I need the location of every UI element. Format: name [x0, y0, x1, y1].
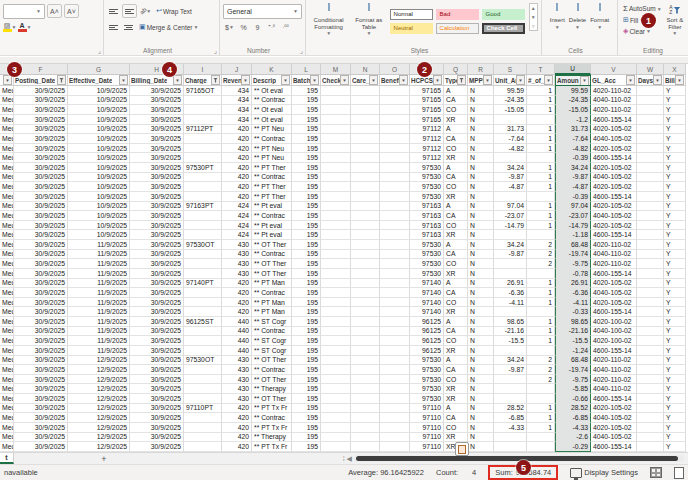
cell[interactable]: -7.64: [555, 134, 591, 144]
cell[interactable]: 30/9/2025: [14, 375, 68, 385]
cell[interactable]: 430: [222, 384, 252, 394]
cell[interactable]: -15.05: [555, 105, 591, 115]
cell[interactable]: Mec: [0, 96, 14, 106]
cell[interactable]: Y: [664, 86, 686, 96]
cell[interactable]: Mec: [0, 404, 14, 414]
cell[interactable]: -4.82: [555, 144, 591, 154]
cell[interactable]: [351, 327, 380, 337]
cell[interactable]: 4020-100-02: [591, 317, 637, 327]
cell[interactable]: [494, 269, 527, 279]
cell[interactable]: 30/9/2025: [130, 279, 184, 289]
cell[interactable]: 97530: [410, 384, 444, 394]
cell[interactable]: [527, 442, 555, 452]
cell[interactable]: 97112: [410, 134, 444, 144]
cell[interactable]: [380, 115, 410, 125]
cell[interactable]: [637, 173, 664, 183]
cell[interactable]: 10/9/2025: [68, 202, 130, 212]
cell[interactable]: [351, 433, 380, 443]
cell[interactable]: [380, 134, 410, 144]
cell[interactable]: 30/9/2025: [130, 192, 184, 202]
cell[interactable]: 11/9/2025: [68, 240, 130, 250]
cell[interactable]: -0.29: [555, 442, 591, 452]
cell[interactable]: 97530: [410, 173, 444, 183]
cell[interactable]: 30/9/2025: [130, 211, 184, 221]
cell[interactable]: A: [444, 356, 468, 366]
cell[interactable]: 30/9/2025: [130, 173, 184, 183]
cell[interactable]: -0.39: [555, 192, 591, 202]
cell[interactable]: Mec: [0, 288, 14, 298]
cell[interactable]: 4020-105-02: [591, 423, 637, 433]
cell[interactable]: 4600-155-14: [591, 192, 637, 202]
cell[interactable]: A: [444, 279, 468, 289]
cell[interactable]: [321, 134, 351, 144]
cell[interactable]: -0.78: [555, 269, 591, 279]
cell[interactable]: 30/9/2025: [130, 250, 184, 260]
cell[interactable]: Y: [664, 240, 686, 250]
cell[interactable]: 99.59: [494, 86, 527, 96]
cell[interactable]: ** Ot eval: [252, 115, 292, 125]
cell[interactable]: -24.35: [494, 96, 527, 106]
decrease-decimal-icon[interactable]: ·⁰⁰: [279, 21, 292, 33]
cell[interactable]: XR: [444, 153, 468, 163]
cell[interactable]: 30/9/2025: [130, 259, 184, 269]
cell[interactable]: 12/9/2025: [68, 394, 130, 404]
cell[interactable]: 440: [222, 317, 252, 327]
cell[interactable]: Y: [664, 163, 686, 173]
cell[interactable]: 4020-110-02: [591, 240, 637, 250]
cell[interactable]: ** OT Ther: [252, 356, 292, 366]
cell[interactable]: 30/9/2025: [130, 404, 184, 414]
cell[interactable]: [351, 211, 380, 221]
cell[interactable]: -6.85: [494, 413, 527, 423]
autosum-button[interactable]: Σ AutoSum▼: [621, 3, 664, 14]
cell[interactable]: 420: [222, 288, 252, 298]
cell[interactable]: 195: [292, 105, 321, 115]
cell[interactable]: 1: [527, 86, 555, 96]
cell[interactable]: [380, 288, 410, 298]
cell[interactable]: 195: [292, 240, 321, 250]
cell[interactable]: ** Contrac: [252, 327, 292, 337]
cell[interactable]: [494, 394, 527, 404]
cell[interactable]: [380, 346, 410, 356]
cell[interactable]: 12/9/2025: [68, 375, 130, 385]
cell[interactable]: ** Contrac: [252, 96, 292, 106]
cell[interactable]: -19.74: [555, 365, 591, 375]
cell[interactable]: 97530: [410, 259, 444, 269]
column-letter-J[interactable]: J: [222, 64, 252, 75]
cell[interactable]: A: [444, 404, 468, 414]
cell[interactable]: -4.33: [555, 423, 591, 433]
cell[interactable]: [351, 404, 380, 414]
cell[interactable]: 99.59: [555, 86, 591, 96]
filter-dropdown-icon[interactable]: ▼: [281, 75, 290, 85]
cell[interactable]: A: [444, 317, 468, 327]
cell[interactable]: 30/9/2025: [130, 230, 184, 240]
cell[interactable]: [527, 192, 555, 202]
cell[interactable]: Mec: [0, 433, 14, 443]
cell[interactable]: 424: [222, 221, 252, 231]
cell[interactable]: -6.36: [555, 288, 591, 298]
cell[interactable]: 420: [222, 144, 252, 154]
cell[interactable]: [380, 96, 410, 106]
filter-funnel-icon[interactable]: [57, 75, 66, 85]
cell[interactable]: [184, 250, 222, 260]
cell[interactable]: -24.35: [555, 96, 591, 106]
column-letter-W[interactable]: W: [637, 64, 664, 75]
cell[interactable]: 30/9/2025: [130, 144, 184, 154]
cell[interactable]: [321, 433, 351, 443]
cell[interactable]: 30/9/2025: [130, 433, 184, 443]
cell[interactable]: [184, 288, 222, 298]
column-letter-I[interactable]: I: [184, 64, 222, 75]
cell[interactable]: Y: [664, 134, 686, 144]
cell[interactable]: 97163: [410, 230, 444, 240]
cell[interactable]: 30/9/2025: [14, 86, 68, 96]
cell[interactable]: [637, 307, 664, 317]
cell[interactable]: Mec: [0, 182, 14, 192]
cell[interactable]: 430: [222, 375, 252, 385]
cell[interactable]: 30/9/2025: [130, 153, 184, 163]
cell[interactable]: [637, 413, 664, 423]
cell[interactable]: [351, 240, 380, 250]
cell[interactable]: 195: [292, 250, 321, 260]
cell[interactable]: [380, 317, 410, 327]
cell[interactable]: [380, 279, 410, 289]
cell[interactable]: A: [444, 202, 468, 212]
cell[interactable]: 30/9/2025: [130, 394, 184, 404]
